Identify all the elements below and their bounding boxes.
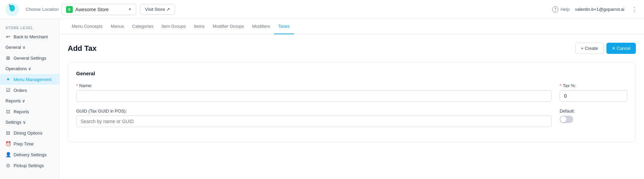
store-icon: S	[66, 6, 73, 13]
default-field: Default:	[560, 108, 627, 127]
orders-icon: ☑	[5, 87, 11, 93]
name-required-star: *	[76, 83, 78, 88]
main-layout: Store Level ↩ Back to Merchant General ∨…	[0, 19, 644, 179]
back-to-merchant-label: Back to Merchant	[14, 34, 48, 39]
page-header: Add Tax + Create ✕ Cancel	[68, 43, 636, 54]
create-button[interactable]: + Create	[575, 43, 604, 54]
sidebar-item-pickup-settings[interactable]: ⊙ Pickup Settings	[0, 160, 59, 171]
content-area: Menu Concepts Menus Categories Item Grou…	[60, 19, 644, 179]
form-card: General * Name: * Tax %:	[68, 62, 636, 142]
grid-icon: ⊞	[5, 55, 11, 61]
default-toggle-wrap	[560, 116, 627, 123]
tab-menus[interactable]: Menus	[107, 19, 128, 34]
general-settings-label: General Settings	[14, 56, 46, 61]
menu-icon: ✦	[5, 77, 11, 82]
sidebar-item-delivery-settings[interactable]: 👤 Delivery Settings	[0, 149, 59, 160]
store-name: Awesome Store	[76, 7, 126, 12]
svg-point-3	[10, 5, 11, 6]
tax-required-star: *	[560, 83, 561, 88]
store-level-label: Store Level	[0, 23, 59, 31]
dining-options-label: Dining Options	[14, 131, 42, 136]
clock-icon: ⏰	[5, 141, 11, 146]
dining-icon: ⊟	[5, 130, 11, 136]
settings-collapse[interactable]: Settings ∨	[0, 117, 59, 127]
settings-label: Settings ∨	[5, 120, 26, 125]
sidebar-item-prep-time[interactable]: ⏰ Prep Time	[0, 138, 59, 149]
tab-modifiers[interactable]: Modifiers	[248, 19, 274, 34]
tab-item-groups[interactable]: Item Groups	[157, 19, 190, 34]
user-email: valentin.b+1@goparrot.ai	[575, 7, 624, 12]
guid-label: GUID (Tax GUID in POS):	[76, 108, 552, 114]
pickup-settings-label: Pickup Settings	[14, 163, 44, 168]
form-row-guid-default: GUID (Tax GUID in POS): Default:	[76, 108, 627, 127]
cancel-button[interactable]: ✕ Cancel	[606, 43, 636, 54]
guid-field: GUID (Tax GUID in POS):	[76, 108, 552, 127]
help-circle-icon: ?	[552, 6, 558, 13]
choose-location-label: Choose Location	[26, 7, 59, 12]
page-title: Add Tax	[68, 44, 96, 53]
sidebar-item-menu-management[interactable]: ✦ Menu Management	[0, 74, 59, 85]
tax-percent-input[interactable]	[560, 90, 627, 102]
tab-items[interactable]: Items	[190, 19, 209, 34]
header-actions: + Create ✕ Cancel	[575, 43, 636, 54]
sidebar-item-dining-options[interactable]: ⊟ Dining Options	[0, 127, 59, 138]
sidebar-item-reports[interactable]: ⊡ Reports	[0, 106, 59, 117]
help-button[interactable]: ? Help	[552, 6, 570, 13]
default-label: Default:	[560, 108, 627, 114]
name-label: * Name:	[76, 83, 552, 88]
pickup-icon: ⊙	[5, 163, 11, 168]
prep-time-label: Prep Time	[14, 141, 34, 146]
top-header: Choose Location S Awesome Store ▼ Visit …	[0, 0, 644, 19]
menu-management-label: Menu Management	[14, 77, 51, 82]
tabs-nav: Menu Concepts Menus Categories Item Grou…	[60, 19, 644, 35]
default-toggle[interactable]	[560, 116, 573, 123]
store-selector[interactable]: S Awesome Store ▼	[62, 4, 136, 15]
general-label: General ∨	[5, 45, 26, 50]
operations-label: Operations ∨	[5, 66, 31, 71]
sidebar-item-back-to-merchant[interactable]: ↩ Back to Merchant	[0, 31, 59, 42]
tab-modifier-groups[interactable]: Modifier Groups	[209, 19, 248, 34]
reports-label: Reports	[14, 109, 29, 114]
app-logo	[5, 3, 19, 16]
more-options-button[interactable]: ⋮	[630, 4, 639, 15]
name-input[interactable]	[76, 90, 552, 102]
operations-collapse[interactable]: Operations ∨	[0, 63, 59, 74]
header-right: ? Help valentin.b+1@goparrot.ai ⋮	[552, 4, 639, 15]
chevron-down-icon: ▼	[128, 7, 132, 11]
delivery-icon: 👤	[5, 152, 11, 157]
help-label: Help	[560, 7, 570, 12]
sidebar-item-general-settings[interactable]: ⊞ General Settings	[0, 53, 59, 63]
general-collapse[interactable]: General ∨	[0, 42, 59, 53]
reports-icon: ⊡	[5, 109, 11, 114]
reports-collapse[interactable]: Reports ∨	[0, 96, 59, 106]
reports-collapse-label: Reports ∨	[5, 98, 25, 103]
delivery-settings-label: Delivery Settings	[14, 152, 47, 157]
tax-percent-label: * Tax %:	[560, 83, 627, 88]
tab-categories[interactable]: Categories	[128, 19, 157, 34]
name-field: * Name:	[76, 83, 552, 102]
page-content: Add Tax + Create ✕ Cancel General * Name…	[60, 35, 644, 179]
sidebar-item-orders[interactable]: ☑ Orders	[0, 85, 59, 96]
sidebar: Store Level ↩ Back to Merchant General ∨…	[0, 19, 60, 179]
guid-input[interactable]	[76, 116, 552, 127]
form-section-title: General	[76, 71, 627, 76]
form-row-name-tax: * Name: * Tax %:	[76, 83, 627, 102]
orders-label: Orders	[14, 88, 27, 93]
tab-taxes[interactable]: Taxes	[274, 19, 294, 34]
back-icon: ↩	[5, 34, 11, 39]
tax-percent-field: * Tax %:	[560, 83, 627, 102]
tab-menu-concepts[interactable]: Menu Concepts	[68, 19, 107, 34]
visit-store-button[interactable]: Visit Store ↗	[140, 4, 175, 15]
